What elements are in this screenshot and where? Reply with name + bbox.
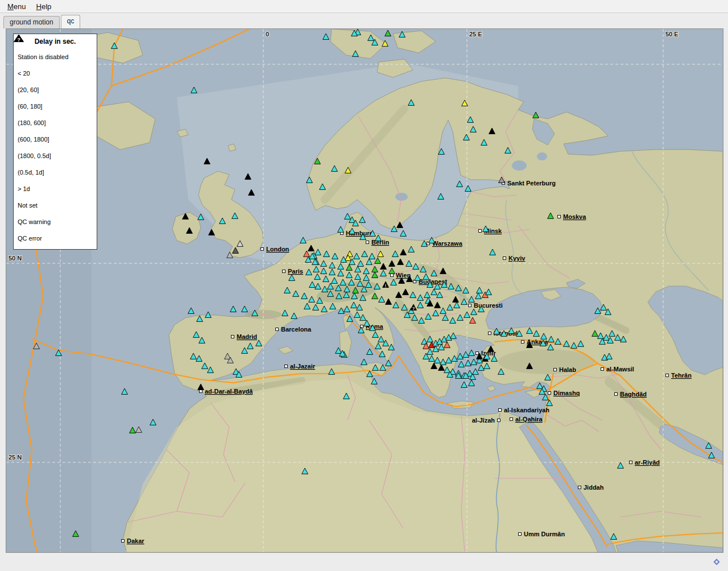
map-view[interactable]: 025 E50 E50 N25 N LondonParisMadridBarce… xyxy=(6,28,723,553)
city-label: Warszawa xyxy=(432,240,463,247)
city-label: ad-Dar-al-Baydâ xyxy=(205,388,253,395)
legend-item-label: (1800, 0.5d] xyxy=(18,152,51,159)
messaging-status-icon xyxy=(712,557,721,566)
city-marker: al-Mawsil xyxy=(601,366,634,373)
city-label: London xyxy=(266,246,289,253)
meridian-label: 0 xyxy=(266,31,269,38)
tab-qc[interactable]: qc xyxy=(61,15,81,28)
meridian-label: 25 E xyxy=(469,31,482,38)
parallel-label: 25 N xyxy=(9,454,22,461)
city-label: al-Jazair xyxy=(290,363,316,370)
city-label: Halab xyxy=(559,366,576,373)
city-label: al-Iskandariyah xyxy=(504,407,549,413)
city-label: Umm Durmân xyxy=(524,531,565,537)
city-label: ar-Riyâd xyxy=(635,459,660,466)
legend-item-label: QC warning xyxy=(18,218,51,225)
tab-bar: ground motionqc xyxy=(3,15,80,28)
status-bar xyxy=(0,553,728,571)
legend-item-label: (20, 60] xyxy=(18,86,39,93)
legend-item-label: Not set xyxy=(18,202,38,209)
city-label: Dakar xyxy=(127,537,144,544)
legend-triangle-icon: ? xyxy=(14,34,24,43)
city-marker: Bucuresti xyxy=(469,302,503,309)
city-label: Sankt Peterburg xyxy=(507,180,556,187)
city-label: Madrid xyxy=(237,333,257,340)
legend-item-label: QC error xyxy=(18,235,42,242)
legend-item-label: (60, 180] xyxy=(18,103,42,110)
legend-item-label: (600, 1800] xyxy=(18,136,49,143)
city-label: Kyyiv xyxy=(508,255,526,262)
city-marker: Hamburg xyxy=(341,230,374,237)
parallel-label: 50 N xyxy=(9,255,22,262)
city-label: al-Jîzah xyxy=(472,417,495,424)
city-marker: al-Iskandariyah xyxy=(499,407,550,413)
city-label: Baghdâd xyxy=(620,391,647,398)
legend-item: < 20 xyxy=(14,65,97,81)
legend-item: (0.5d, 1d] xyxy=(14,164,97,180)
meridian-label: 50 E xyxy=(665,31,679,38)
city-label: al-Qahira xyxy=(515,416,543,423)
delay-legend: Delay in sec. Station is disabled< 20(20… xyxy=(13,34,97,250)
menu-bar: MenuHelp xyxy=(0,0,728,13)
legend-item-label: < 20 xyxy=(18,70,30,77)
svg-text:?: ? xyxy=(17,37,20,43)
city-label: Paris xyxy=(288,268,303,275)
legend-item: ?QC error xyxy=(14,230,97,246)
city-label: Bucuresti xyxy=(474,302,503,309)
city-marker: ad-Dar-al-Baydâ xyxy=(200,388,254,395)
legend-title: Delay in sec. xyxy=(14,38,97,45)
legend-item: (180, 600] xyxy=(14,114,97,131)
legend-item: Not set xyxy=(14,197,97,213)
tab-ground-motion[interactable]: ground motion xyxy=(3,16,60,28)
legend-item-label: (180, 600] xyxy=(18,119,46,126)
city-label: Barcelona xyxy=(281,326,312,333)
legend-item: (60, 180] xyxy=(14,98,97,114)
legend-item: !QC warning xyxy=(14,213,97,230)
legend-item: Station is disabled xyxy=(14,48,97,65)
city-marker: Barcelona xyxy=(276,326,312,333)
svg-text:!: ! xyxy=(385,283,387,288)
city-label: al-Mawsil xyxy=(606,366,634,373)
menu-help[interactable]: Help xyxy=(31,1,57,12)
city-marker: Umm Durmân xyxy=(519,531,565,537)
legend-item-label: > 1d xyxy=(18,185,30,192)
legend-item-label: (0.5d, 1d] xyxy=(18,169,44,176)
legend-item: (600, 1800] xyxy=(14,131,97,147)
city-marker: Sankt Peterburg xyxy=(502,180,556,187)
city-label: Jiddah xyxy=(584,484,604,491)
city-label: Dimashq xyxy=(553,390,580,396)
city-marker: al-Qahira xyxy=(510,416,543,423)
legend-item-label: Station is disabled xyxy=(18,53,68,60)
city-label: Tehrân xyxy=(671,372,692,379)
map-canvas[interactable]: 025 E50 E50 N25 N LondonParisMadridBarce… xyxy=(6,29,723,552)
menu-menu[interactable]: Menu xyxy=(2,1,31,12)
city-label: Moskva xyxy=(563,213,586,220)
svg-text:?: ? xyxy=(412,306,415,311)
legend-item: (1800, 0.5d] xyxy=(14,147,97,164)
legend-item: (20, 60] xyxy=(14,81,97,98)
legend-item: > 1d xyxy=(14,180,97,197)
